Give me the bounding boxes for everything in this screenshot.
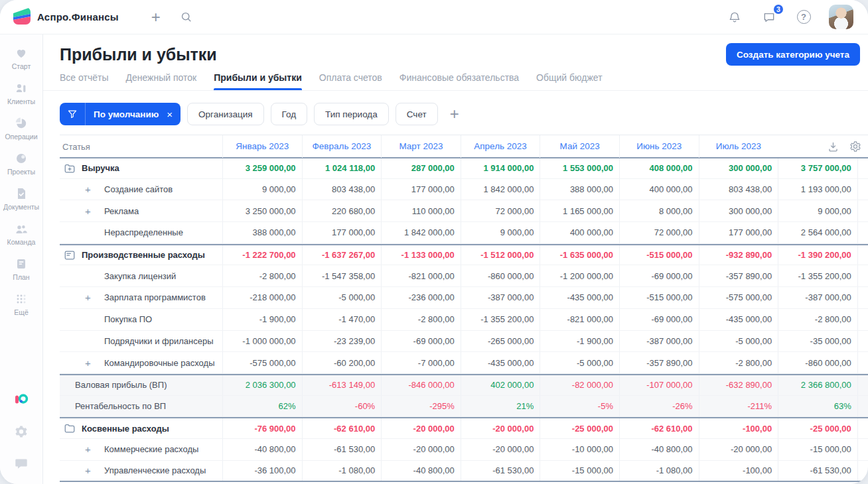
filter-default-label: По умолчанию bbox=[86, 109, 163, 119]
tab-1[interactable]: Все отчёты bbox=[60, 72, 108, 90]
row-label[interactable]: Закупка лицензий bbox=[60, 265, 222, 286]
cell-sliver bbox=[857, 352, 868, 373]
search-icon[interactable] bbox=[177, 8, 196, 27]
sidebar-item-operations[interactable]: Операции bbox=[5, 117, 37, 141]
cell-value: -1 390 200,00 bbox=[778, 245, 857, 265]
tab-3[interactable]: Прибыли и убытки bbox=[214, 72, 302, 90]
tab-5[interactable]: Финансовые обязательства bbox=[399, 72, 519, 90]
cell-value: -1 635 000,00 bbox=[540, 245, 619, 265]
cell-value: -265 000,00 bbox=[461, 331, 540, 352]
row-label-text: Производственные расходы bbox=[82, 250, 205, 260]
expand-plus-icon[interactable]: + bbox=[85, 184, 98, 195]
cell-value: 1 842 000,00 bbox=[381, 222, 461, 243]
row-label[interactable]: Подрядчики и фрилансеры bbox=[60, 331, 222, 352]
sidebar-item-documents[interactable]: Документы bbox=[3, 187, 39, 211]
create-category-button[interactable]: Создать категорию учета bbox=[726, 43, 860, 66]
row-label: Валовая прибыль (ВП) bbox=[60, 375, 222, 395]
cell-value: -1 637 267,00 bbox=[302, 245, 382, 265]
cell-value: -211% bbox=[699, 396, 778, 417]
table-row: +Зарплата программистов-218 000,00-5 000… bbox=[60, 287, 868, 309]
cell-value: -26% bbox=[619, 396, 699, 417]
table-row: Нераспределенные388 000,00177 000,001 84… bbox=[60, 222, 868, 244]
report-table: Статья Январь 2023Февраль 2023Март 2023А… bbox=[60, 135, 868, 482]
filter-chip-1[interactable]: Организация bbox=[187, 103, 263, 125]
row-label-text: Подрядчики и фрилансеры bbox=[104, 336, 214, 346]
expand-plus-icon[interactable]: + bbox=[85, 444, 98, 455]
sidebar-item-label: Ещё bbox=[14, 308, 28, 316]
row-label[interactable]: +Коммерческие расходы bbox=[60, 439, 222, 460]
cell-value: -20 000,00 bbox=[461, 418, 540, 438]
cell-value: -60% bbox=[302, 396, 382, 417]
clients-icon bbox=[15, 82, 28, 95]
cell-value: -5 000,00 bbox=[699, 331, 778, 352]
cell-sliver bbox=[857, 418, 868, 438]
table-body: Выручка3 259 000,001 024 118,00287 000,0… bbox=[60, 157, 868, 482]
add-filter-icon[interactable]: + bbox=[450, 106, 459, 122]
cell-value: -1 222 700,00 bbox=[222, 245, 302, 265]
team-icon bbox=[15, 222, 28, 235]
cell-value: 63% bbox=[778, 396, 857, 417]
cell-value: -100,00 bbox=[699, 461, 778, 481]
settings-icon[interactable] bbox=[849, 141, 861, 152]
filter-chip-3[interactable]: Тип периода bbox=[314, 103, 389, 125]
messages-icon[interactable]: 3 bbox=[760, 8, 778, 27]
download-icon[interactable] bbox=[828, 141, 839, 152]
app-name: Аспро.Финансы bbox=[37, 11, 119, 23]
tab-4[interactable]: Оплата счетов bbox=[319, 72, 382, 90]
cell-value: -1 080,00 bbox=[302, 461, 382, 481]
row-label[interactable]: +Реклама bbox=[60, 200, 222, 221]
tab-6[interactable]: Общий бюджет bbox=[536, 72, 602, 90]
close-icon[interactable]: × bbox=[163, 109, 181, 120]
expand-plus-icon[interactable]: + bbox=[85, 206, 98, 217]
row-label[interactable]: +Зарплата программистов bbox=[60, 287, 222, 308]
row-label[interactable]: +Управленческие расходы bbox=[60, 461, 222, 481]
cell-value: 408 000,00 bbox=[619, 158, 699, 178]
avatar[interactable] bbox=[829, 5, 853, 29]
add-icon[interactable]: + bbox=[147, 8, 165, 27]
help-icon[interactable]: ? bbox=[794, 8, 813, 27]
start-icon bbox=[15, 46, 28, 60]
sidebar-item-team[interactable]: Команда bbox=[7, 222, 36, 246]
bell-icon[interactable] bbox=[725, 8, 744, 27]
row-label[interactable]: Покупка ПО bbox=[60, 309, 222, 330]
cell-value: 803 438,00 bbox=[699, 179, 778, 200]
row-label[interactable]: +Командировочные расходы bbox=[60, 352, 222, 373]
cell-value: -2 800,00 bbox=[699, 352, 778, 373]
cell-sliver bbox=[857, 439, 868, 460]
more-icon bbox=[15, 292, 28, 306]
filter-default-chip[interactable]: По умолчанию × bbox=[60, 103, 181, 125]
cell-value: 3 250 000,00 bbox=[222, 200, 302, 221]
expand-plus-icon[interactable]: + bbox=[85, 292, 98, 303]
cell-value: -1 900,00 bbox=[222, 309, 302, 330]
gear-icon[interactable] bbox=[14, 424, 29, 442]
expand-plus-icon[interactable]: + bbox=[85, 465, 98, 476]
chat-icon[interactable] bbox=[14, 456, 29, 473]
row-label[interactable]: Косвенные расходы bbox=[60, 418, 222, 438]
row-label[interactable]: +Создание сайтов bbox=[60, 179, 222, 200]
row-label[interactable]: Нераспределенные bbox=[60, 222, 222, 243]
expand-plus-icon[interactable]: + bbox=[85, 357, 98, 369]
filters-bar: По умолчанию × ОрганизацияГодТип периода… bbox=[43, 91, 868, 125]
sidebar-item-clients[interactable]: Клиенты bbox=[7, 82, 35, 105]
sidebar-item-plan[interactable]: План bbox=[13, 257, 29, 281]
cell-value: -20 000,00 bbox=[381, 418, 461, 438]
cell-value: 72 000,00 bbox=[619, 222, 699, 243]
cell-value: -860 000,00 bbox=[461, 265, 540, 286]
filter-chip-4[interactable]: Счет bbox=[396, 103, 438, 125]
cell-value: -821 000,00 bbox=[540, 309, 619, 330]
filter-chip-2[interactable]: Год bbox=[271, 103, 308, 125]
row-label[interactable]: Производственные расходы bbox=[60, 245, 222, 265]
cell-value: 177 000,00 bbox=[381, 179, 461, 200]
sidebar-item-more[interactable]: Ещё bbox=[14, 292, 28, 316]
cell-value: 2 036 300,00 bbox=[222, 375, 302, 395]
logo-mini-icon[interactable] bbox=[13, 391, 29, 410]
cell-value: -20 000,00 bbox=[381, 439, 461, 460]
cell-value: 21% bbox=[461, 396, 540, 417]
sidebar-item-start[interactable]: Старт bbox=[12, 46, 31, 70]
cell-value: -387 000,00 bbox=[778, 287, 857, 308]
sidebar-item-projects[interactable]: Проекты bbox=[7, 152, 35, 176]
row-label[interactable]: Выручка bbox=[60, 158, 222, 178]
funnel-icon bbox=[60, 109, 85, 119]
tab-2[interactable]: Денежный поток bbox=[125, 72, 196, 90]
table-header-icons bbox=[778, 141, 868, 152]
